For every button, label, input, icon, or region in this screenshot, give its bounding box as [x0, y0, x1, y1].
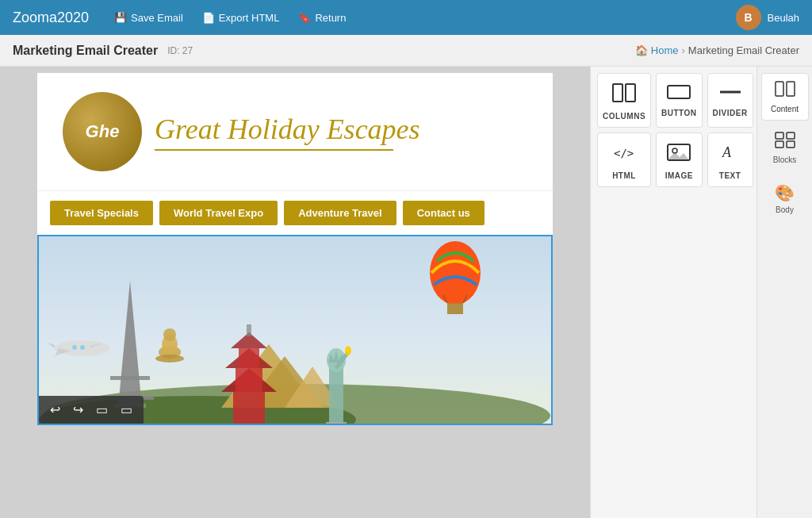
- text-label: TEXT: [719, 171, 741, 180]
- element-button[interactable]: BUTTON: [656, 73, 702, 128]
- image-icon: [667, 143, 691, 167]
- tab-blocks[interactable]: Blocks: [761, 124, 809, 171]
- content-tab-label: Content: [771, 105, 799, 113]
- canvas-area[interactable]: Ghe Great Holiday Escapes Travel Special…: [0, 67, 590, 518]
- nav-adventure-travel[interactable]: Adventure Travel: [284, 201, 396, 225]
- element-columns[interactable]: COLUMNS: [597, 73, 651, 128]
- nav-travel-specials[interactable]: Travel Specials: [50, 201, 153, 225]
- logo-initials: Ghe: [86, 122, 120, 141]
- elements-panel: COLUMNS BUTTON: [591, 67, 756, 518]
- svg-rect-37: [613, 84, 622, 102]
- svg-marker-28: [47, 343, 55, 348]
- html-label: HTML: [612, 171, 636, 180]
- avatar: B: [736, 5, 761, 30]
- user-area: B Beulah: [736, 5, 799, 30]
- tab-content[interactable]: Content: [761, 73, 809, 121]
- nav-contact-us[interactable]: Contact us: [403, 201, 485, 225]
- view-desktop-button[interactable]: ▭: [93, 401, 111, 419]
- svg-rect-46: [776, 82, 783, 96]
- elements-grid: COLUMNS BUTTON: [597, 73, 750, 187]
- panel-tabs: Content Blocks 🎨 Body: [756, 67, 812, 518]
- brand-name: Great Holiday Escapes: [155, 113, 420, 151]
- tab-body[interactable]: 🎨 Body: [761, 175, 809, 222]
- svg-rect-49: [787, 132, 795, 139]
- top-navigation: Zooma2020 💾 Save Email 📄 Export HTML 🔖 R…: [0, 0, 812, 35]
- view-mobile-button[interactable]: ▭: [117, 401, 136, 419]
- element-text[interactable]: A TEXT: [707, 132, 753, 187]
- main-layout: Ghe Great Holiday Escapes Travel Special…: [0, 67, 812, 518]
- button-label: BUTTON: [661, 109, 696, 117]
- redo-button[interactable]: ↪: [70, 401, 86, 419]
- breadcrumb: 🏠 Home › Marketing Email Creater: [635, 44, 799, 56]
- app-brand: Zooma2020: [13, 10, 89, 26]
- svg-rect-50: [776, 141, 783, 148]
- page-title: Marketing Email Creater: [13, 44, 158, 58]
- svg-rect-48: [776, 132, 783, 139]
- nav-world-travel-expo[interactable]: World Travel Expo: [159, 201, 278, 225]
- right-panel: COLUMNS BUTTON: [590, 67, 812, 518]
- svg-marker-5: [118, 281, 142, 408]
- canvas-inner: Ghe Great Holiday Escapes Travel Special…: [37, 73, 553, 425]
- svg-rect-11: [236, 368, 262, 392]
- svg-rect-15: [247, 324, 251, 336]
- email-image-section[interactable]: ↩ ↪ ▭ ▭: [37, 235, 553, 425]
- breadcrumb-bar: Marketing Email Creater ID: 27 🏠 Home › …: [0, 35, 812, 67]
- svg-rect-38: [626, 84, 635, 102]
- logo-circle: Ghe: [63, 92, 142, 171]
- save-icon: 💾: [114, 12, 127, 24]
- svg-point-19: [345, 346, 351, 355]
- canvas-toolbar: ↩ ↪ ▭ ▭: [39, 396, 144, 424]
- svg-rect-39: [668, 86, 690, 98]
- svg-rect-7: [110, 376, 150, 380]
- element-html[interactable]: </> HTML: [597, 132, 651, 187]
- svg-point-22: [430, 241, 481, 305]
- svg-rect-24: [447, 303, 463, 314]
- body-tab-icon: 🎨: [775, 183, 795, 202]
- divider-icon: [718, 83, 742, 104]
- breadcrumb-current: Marketing Email Creater: [688, 44, 799, 56]
- svg-marker-44: [668, 152, 689, 160]
- svg-rect-51: [787, 141, 795, 148]
- svg-point-36: [155, 355, 184, 363]
- breadcrumb-separator: ›: [682, 44, 685, 56]
- brand-name-container: Great Holiday Escapes: [155, 113, 420, 151]
- return-button[interactable]: 🔖 Return: [298, 12, 346, 24]
- text-icon: A: [718, 143, 742, 167]
- svg-rect-21: [326, 422, 347, 424]
- svg-rect-13: [239, 348, 259, 368]
- blocks-tab-label: Blocks: [773, 155, 796, 164]
- email-nav-section: Travel Specials World Travel Expo Advent…: [37, 191, 553, 235]
- content-tab-icon: [774, 80, 796, 102]
- divider-label: DIVIDER: [713, 109, 748, 117]
- svg-rect-9: [233, 392, 265, 424]
- element-divider[interactable]: DIVIDER: [707, 73, 753, 128]
- home-link[interactable]: Home: [651, 44, 679, 56]
- undo-button[interactable]: ↩: [47, 401, 63, 419]
- blocks-tab-icon: [774, 131, 796, 152]
- image-label: IMAGE: [665, 171, 693, 180]
- return-icon: 🔖: [298, 12, 311, 24]
- export-html-button[interactable]: 📄 Export HTML: [202, 12, 280, 24]
- svg-point-35: [163, 328, 176, 341]
- body-tab-label: Body: [776, 205, 794, 214]
- svg-point-32: [80, 345, 85, 350]
- html-icon: </>: [612, 143, 636, 167]
- email-header-section: Ghe Great Holiday Escapes: [37, 73, 553, 191]
- svg-text:A: A: [722, 144, 732, 160]
- export-icon: 📄: [202, 12, 215, 24]
- element-image[interactable]: IMAGE: [656, 132, 702, 187]
- columns-icon: [612, 83, 636, 107]
- svg-point-31: [72, 345, 77, 350]
- id-badge: ID: 27: [167, 45, 193, 56]
- columns-label: COLUMNS: [603, 112, 645, 121]
- user-name: Beulah: [768, 12, 799, 24]
- svg-rect-47: [787, 82, 795, 96]
- save-email-button[interactable]: 💾 Save Email: [114, 12, 183, 24]
- button-icon: [667, 83, 691, 104]
- svg-text:</>: </>: [614, 147, 634, 159]
- home-icon: 🏠: [635, 44, 648, 56]
